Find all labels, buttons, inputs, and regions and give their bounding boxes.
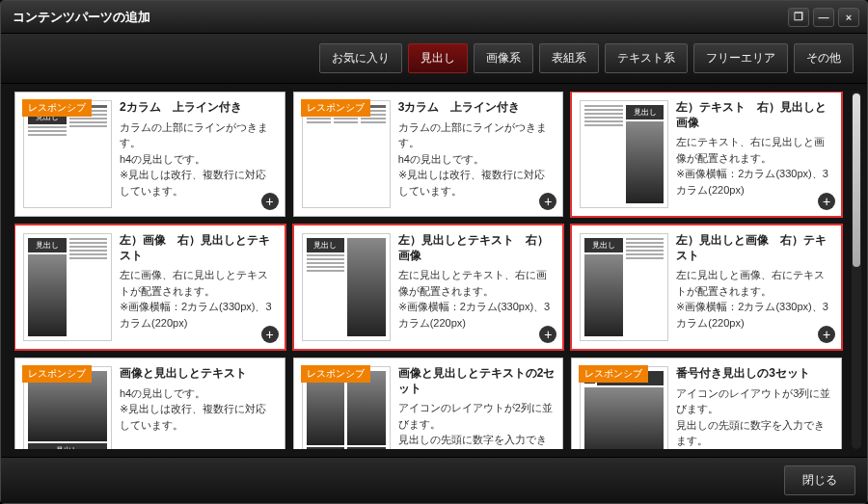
card-thumbnail: レスポンシブ [302, 100, 391, 208]
card-thumbnail: 見出し [580, 233, 668, 341]
card-body: 左）見出しと画像 右）テキスト左に見出しと画像、右にテキストが配置されます。※画… [676, 233, 833, 341]
add-button[interactable]: + [818, 193, 835, 210]
card-title: 2カラム 上ライン付き [120, 100, 277, 116]
dialog-footer: 閉じる [1, 457, 867, 503]
minimize-button[interactable]: — [813, 8, 834, 27]
vertical-scrollbar[interactable] [852, 92, 861, 449]
card-title: 左）テキスト 右）見出しと画像 [676, 100, 833, 130]
card-title: 画像と見出しとテキスト [120, 366, 277, 382]
close-window-button[interactable]: × [838, 8, 859, 27]
card-description: アイコンのレイアウトが3列に並びます。見出しの先頭に数字を入力できます。 [676, 385, 833, 449]
parts-card[interactable]: 1見出しレスポンシブ番号付き見出しの3セットアイコンのレイアウトが3列に並びます… [571, 358, 842, 449]
card-description: 左に見出しとテキスト、右に画像が配置されます。※画像横幅：2カラム(330px)… [398, 267, 556, 331]
card-title: 左）見出しと画像 右）テキスト [676, 233, 833, 263]
minimize-icon: — [819, 12, 829, 23]
card-description: h4の見出しです。※見出しは改行、複数行に対応しています。 [120, 385, 277, 434]
maximize-button[interactable]: ❐ [788, 8, 809, 27]
responsive-badge: レスポンシブ [22, 365, 92, 383]
card-body: 画像と見出しとテキストの2セットアイコンのレイアウトが2列に並びます。見出しの先… [398, 366, 556, 449]
close-icon: × [846, 12, 852, 23]
responsive-badge: レスポンシブ [301, 99, 370, 117]
add-button[interactable]: + [261, 326, 279, 343]
card-thumbnail: 1見出しレスポンシブ [580, 366, 668, 449]
parts-card[interactable]: レスポンシブ3カラム 上ライン付きカラムの上部にラインがつきます。h4の見出しで… [293, 92, 564, 217]
tab-5[interactable]: フリーエリア [693, 43, 788, 73]
content-area: 見出しレスポンシブ2カラム 上ライン付きカラムの上部にラインがつきます。h4の見… [1, 84, 867, 457]
responsive-badge: レスポンシブ [579, 365, 648, 383]
parts-card[interactable]: 見出し見出しレスポンシブ画像と見出しとテキストの2セットアイコンのレイアウトが2… [293, 358, 564, 449]
card-title: 3カラム 上ライン付き [398, 100, 556, 116]
card-description: 左にテキスト、右に見出しと画像が配置されます。※画像横幅：2カラム(330px)… [676, 134, 833, 198]
card-thumbnail: 見出し [302, 233, 391, 341]
card-body: 番号付き見出しの3セットアイコンのレイアウトが3列に並びます。見出しの先頭に数字… [676, 366, 833, 449]
card-thumbnail: 見出し見出しレスポンシブ [302, 366, 391, 449]
titlebar: コンテンツパーツの追加 ❐ — × [1, 1, 867, 34]
close-button[interactable]: 閉じる [784, 465, 855, 495]
card-title: 画像と見出しとテキストの2セット [398, 366, 556, 396]
card-description: アイコンのレイアウトが2列に並びます。見出しの先頭に数字を入力できます。 [398, 400, 556, 449]
card-description: 左に画像、右に見出しとテキストが配置されます。※画像横幅：2カラム(330px)… [120, 267, 277, 331]
category-tabs: お気に入り見出し画像系表組系テキスト系フリーエリアその他 [1, 34, 867, 84]
tab-1[interactable]: 見出し [408, 43, 468, 73]
parts-card[interactable]: 見出し左）テキスト 右）見出しと画像左にテキスト、右に見出しと画像が配置されます… [571, 92, 842, 217]
tab-3[interactable]: 表組系 [539, 43, 599, 73]
card-body: 2カラム 上ライン付きカラムの上部にラインがつきます。h4の見出しです。※見出し… [120, 100, 277, 208]
card-body: 3カラム 上ライン付きカラムの上部にラインがつきます。h4の見出しです。※見出し… [398, 100, 556, 208]
parts-card[interactable]: 見出し左）見出しと画像 右）テキスト左に見出しと画像、右にテキストが配置されます… [571, 225, 842, 350]
card-description: カラムの上部にラインがつきます。h4の見出しです。※見出しは改行、複数行に対応し… [398, 119, 556, 199]
card-body: 左）画像 右）見出しとテキスト左に画像、右に見出しとテキストが配置されます。※画… [120, 233, 277, 341]
cards-grid: 見出しレスポンシブ2カラム 上ライン付きカラムの上部にラインがつきます。h4の見… [14, 92, 842, 449]
responsive-badge: レスポンシブ [22, 99, 92, 117]
card-thumbnail: 見出し [580, 100, 668, 208]
tab-2[interactable]: 画像系 [474, 43, 533, 73]
card-description: 左に見出しと画像、右にテキストが配置されます。※画像横幅：2カラム(330px)… [676, 267, 833, 331]
card-title: 番号付き見出しの3セット [676, 366, 833, 382]
parts-card[interactable]: 見出しレスポンシブ2カラム 上ライン付きカラムの上部にラインがつきます。h4の見… [14, 92, 285, 217]
add-button[interactable]: + [818, 326, 835, 343]
maximize-icon: ❐ [794, 11, 803, 23]
parts-card[interactable]: 見出し左）見出しとテキスト 右）画像左に見出しとテキスト、右に画像が配置されます… [293, 225, 564, 350]
card-description: カラムの上部にラインがつきます。h4の見出しです。※見出しは改行、複数行に対応し… [120, 119, 277, 199]
window-title: コンテンツパーツの追加 [13, 9, 150, 26]
responsive-badge: レスポンシブ [301, 365, 370, 383]
tab-4[interactable]: テキスト系 [605, 43, 688, 73]
add-button[interactable]: + [261, 193, 279, 210]
card-body: 左）テキスト 右）見出しと画像左にテキスト、右に見出しと画像が配置されます。※画… [676, 100, 833, 208]
card-title: 左）見出しとテキスト 右）画像 [398, 233, 556, 263]
tab-0[interactable]: お気に入り [319, 43, 402, 73]
tab-6[interactable]: その他 [794, 43, 854, 73]
card-title: 左）画像 右）見出しとテキスト [120, 233, 277, 263]
card-thumbnail: 見出し [23, 233, 112, 341]
dialog-window: コンテンツパーツの追加 ❐ — × お気に入り見出し画像系表組系テキスト系フリー… [0, 0, 868, 504]
card-thumbnail: 見出しレスポンシブ [23, 100, 112, 208]
cards-scroll[interactable]: 見出しレスポンシブ2カラム 上ライン付きカラムの上部にラインがつきます。h4の見… [14, 92, 848, 449]
parts-card[interactable]: 見出し左）画像 右）見出しとテキスト左に画像、右に見出しとテキストが配置されます… [14, 225, 285, 350]
card-body: 画像と見出しとテキストh4の見出しです。※見出しは改行、複数行に対応しています。 [120, 366, 277, 449]
parts-card[interactable]: 見出しレスポンシブ画像と見出しとテキストh4の見出しです。※見出しは改行、複数行… [14, 358, 285, 449]
card-body: 左）見出しとテキスト 右）画像左に見出しとテキスト、右に画像が配置されます。※画… [398, 233, 556, 341]
card-thumbnail: 見出しレスポンシブ [23, 366, 112, 449]
scrollbar-thumb[interactable] [853, 93, 860, 267]
